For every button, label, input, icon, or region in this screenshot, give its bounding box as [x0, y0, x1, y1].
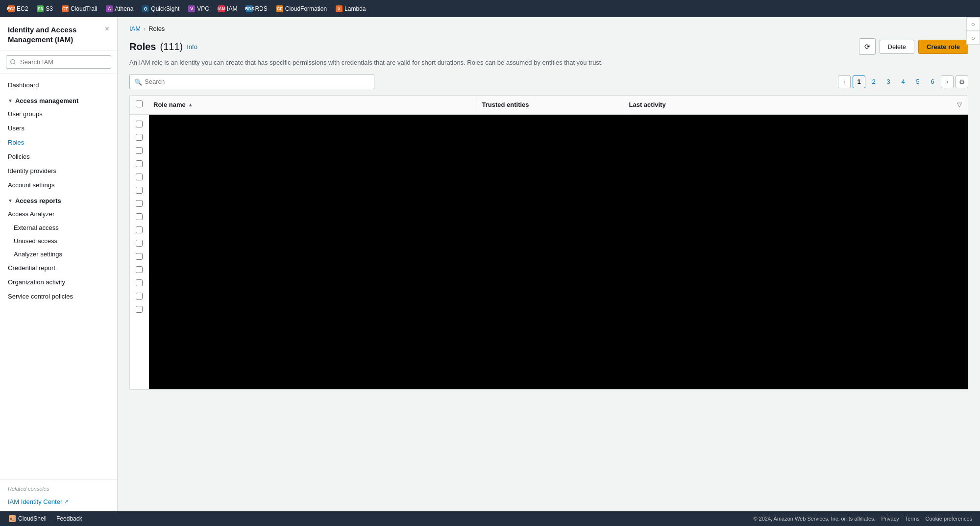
- row-12-checkbox[interactable]: [136, 266, 143, 273]
- row-7-checkbox[interactable]: [136, 200, 143, 207]
- page-title-row: Roles (111) Info: [129, 41, 197, 52]
- sidebar-item-identity-providers[interactable]: Identity providers: [0, 164, 117, 178]
- table-header-dropdown[interactable]: ▽: [953, 96, 968, 113]
- nav-service-athena[interactable]: A Athena: [102, 4, 137, 14]
- sidebar-users-label: Users: [8, 125, 24, 132]
- nav-service-quicksight[interactable]: Q QuickSight: [138, 4, 183, 14]
- row-3-checkbox[interactable]: [136, 147, 143, 154]
- nav-service-rds[interactable]: RDS RDS: [242, 4, 271, 14]
- pagination-page-6[interactable]: 6: [926, 75, 939, 88]
- table-search-row: 🔍 ‹ 1 2 3 4 5 6 › ⚙: [129, 74, 968, 89]
- table-header-trusted-entities[interactable]: Trusted entities: [478, 96, 625, 113]
- sidebar-item-account-settings[interactable]: Account settings: [0, 178, 117, 192]
- sidebar-section-access-reports[interactable]: ▼ Access reports: [0, 192, 117, 207]
- privacy-link[interactable]: Privacy: [882, 516, 899, 522]
- row-8-checkbox[interactable]: [136, 213, 143, 220]
- pagination-page-4[interactable]: 4: [897, 75, 909, 88]
- page-header: Roles (111) Info ⟳ Delete Create role: [129, 38, 968, 55]
- sidebar-item-dashboard[interactable]: Dashboard: [0, 78, 117, 92]
- sidebar-section-access-management[interactable]: ▼ Access management: [0, 92, 117, 107]
- header-actions: ⟳ Delete Create role: [859, 38, 969, 55]
- sidebar-item-service-control-policies[interactable]: Service control policies: [0, 289, 117, 303]
- sidebar-related-title: Related consoles: [8, 486, 109, 492]
- sidebar-item-policies[interactable]: Policies: [0, 150, 117, 164]
- circle-icon-2: ○: [971, 34, 975, 42]
- terms-link[interactable]: Terms: [905, 516, 920, 522]
- row-2-checkbox[interactable]: [136, 134, 143, 141]
- sidebar-item-roles[interactable]: Roles: [0, 135, 117, 150]
- nav-service-vpc-label: VPC: [197, 5, 209, 12]
- s3-icon: S3: [37, 5, 44, 12]
- sidebar-item-unused-access[interactable]: Unused access: [0, 234, 117, 248]
- pagination-page-1[interactable]: 1: [853, 75, 865, 88]
- rds-icon: RDS: [246, 5, 253, 12]
- nav-service-cloudformation[interactable]: CF CloudFormation: [272, 4, 331, 14]
- sidebar-search-input[interactable]: [6, 55, 111, 69]
- pagination-next-button[interactable]: ›: [941, 75, 954, 88]
- refresh-icon: ⟳: [864, 43, 870, 50]
- sidebar-item-analyzer-settings[interactable]: Analyzer settings: [0, 248, 117, 261]
- refresh-button[interactable]: ⟳: [859, 38, 876, 55]
- nav-service-cloudtrail[interactable]: CT CloudTrail: [58, 4, 101, 14]
- row-11-checkbox[interactable]: [136, 253, 143, 260]
- pagination-prev-button[interactable]: ‹: [838, 75, 851, 88]
- table-select-all-checkbox[interactable]: [136, 100, 143, 107]
- nav-service-iam[interactable]: IAM IAM: [214, 4, 241, 14]
- top-nav-bar: EC2 EC2 S3 S3 CT CloudTrail A Athena Q Q…: [0, 0, 980, 17]
- row-10-checkbox[interactable]: [136, 240, 143, 247]
- row-13-checkbox[interactable]: [136, 279, 143, 286]
- cloudformation-icon: CF: [276, 5, 283, 12]
- delete-button[interactable]: Delete: [880, 40, 915, 54]
- right-icon-button-1[interactable]: ○: [966, 17, 980, 31]
- nav-service-vpc[interactable]: V VPC: [184, 4, 213, 14]
- sort-ascending-icon: ▲: [188, 102, 193, 107]
- nav-service-cloudtrail-label: CloudTrail: [71, 5, 97, 12]
- table-header-last-activity[interactable]: Last activity: [625, 96, 954, 113]
- table-column-role-name-label: Role name: [153, 101, 186, 108]
- feedback-label: Feedback: [56, 515, 82, 522]
- nav-service-lambda[interactable]: λ Lambda: [332, 4, 369, 14]
- cookie-link[interactable]: Cookie preferences: [926, 516, 972, 522]
- sidebar-item-external-access[interactable]: External access: [0, 221, 117, 234]
- sidebar-item-iam-identity-center[interactable]: IAM Identity Center ↗: [8, 496, 109, 508]
- table-search-input[interactable]: [129, 74, 374, 89]
- pagination-page-5[interactable]: 5: [911, 75, 924, 88]
- sidebar-search-area: [0, 50, 117, 74]
- right-icon-button-2[interactable]: ○: [966, 31, 980, 45]
- sidebar-close-button[interactable]: ×: [105, 25, 109, 33]
- row-14-checkbox[interactable]: [136, 293, 143, 300]
- table-settings-button[interactable]: ⚙: [956, 75, 968, 88]
- page-title-count: (111): [160, 41, 183, 52]
- footer-right: © 2024, Amazon Web Services, Inc. or its…: [745, 511, 980, 526]
- sidebar-item-user-groups[interactable]: User groups: [0, 107, 117, 121]
- sidebar-external-access-label: External access: [14, 224, 59, 231]
- nav-service-s3[interactable]: S3 S3: [33, 4, 57, 14]
- pagination-page-2[interactable]: 2: [867, 75, 880, 88]
- sidebar-identity-providers-label: Identity providers: [8, 167, 56, 175]
- sidebar-item-users[interactable]: Users: [0, 121, 117, 135]
- sidebar-iam-identity-center-label: IAM Identity Center: [8, 498, 62, 505]
- row-1-checkbox[interactable]: [136, 121, 143, 127]
- sidebar-item-access-analyzer[interactable]: Access Analyzer: [0, 207, 117, 221]
- sidebar-user-groups-label: User groups: [8, 110, 43, 118]
- sidebar-item-organization-activity[interactable]: Organization activity: [0, 275, 117, 289]
- row-6-checkbox[interactable]: [136, 187, 143, 194]
- nav-service-s3-label: S3: [46, 5, 53, 12]
- nav-service-ec2[interactable]: EC2 EC2: [4, 4, 32, 14]
- row-5-checkbox[interactable]: [136, 174, 143, 180]
- pagination-page-3[interactable]: 3: [882, 75, 895, 88]
- sidebar-item-credential-report[interactable]: Credential report: [0, 261, 117, 275]
- row-15-checkbox[interactable]: [136, 306, 143, 313]
- table-header-role-name[interactable]: Role name ▲: [149, 96, 478, 113]
- info-link[interactable]: Info: [187, 43, 197, 50]
- row-4-checkbox[interactable]: [136, 160, 143, 167]
- feedback-button[interactable]: Feedback: [53, 514, 85, 524]
- page-description: An IAM role is an identity you can creat…: [129, 59, 968, 66]
- breadcrumb-iam-link[interactable]: IAM: [129, 25, 141, 32]
- row-9-checkbox[interactable]: [136, 226, 143, 233]
- lambda-icon: λ: [336, 5, 343, 12]
- create-role-button[interactable]: Create role: [918, 40, 968, 54]
- nav-service-ec2-label: EC2: [17, 5, 28, 12]
- cloudshell-button[interactable]: >_ CloudShell: [6, 514, 49, 524]
- sidebar-credential-report-label: Credential report: [8, 264, 55, 272]
